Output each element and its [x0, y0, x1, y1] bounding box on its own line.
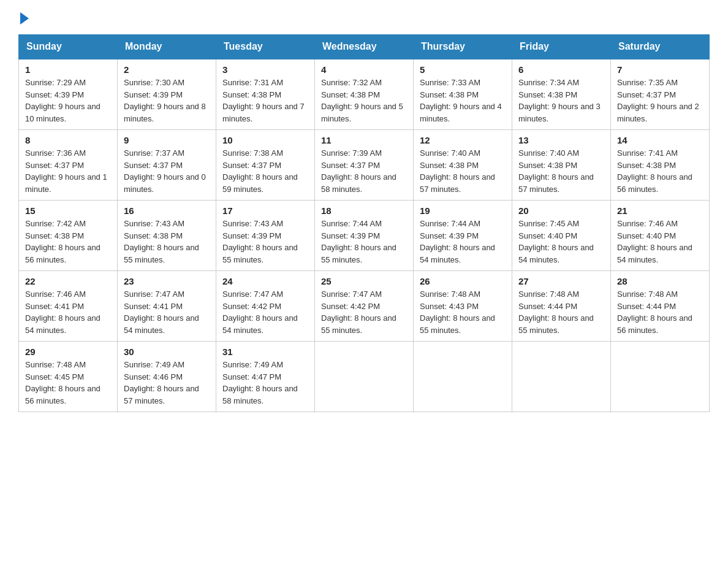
week-row-4: 22 Sunrise: 7:46 AM Sunset: 4:41 PM Dayl… [19, 271, 710, 342]
day-cell: 17 Sunrise: 7:43 AM Sunset: 4:39 PM Dayl… [216, 201, 315, 271]
column-header-tuesday: Tuesday [216, 35, 315, 59]
day-number: 11 [321, 135, 407, 145]
day-cell: 25 Sunrise: 7:47 AM Sunset: 4:42 PM Dayl… [315, 271, 414, 342]
day-cell [611, 342, 710, 412]
day-cell: 1 Sunrise: 7:29 AM Sunset: 4:39 PM Dayli… [19, 59, 118, 130]
day-number: 24 [222, 276, 308, 286]
day-number: 12 [420, 135, 506, 145]
day-info: Sunrise: 7:44 AM Sunset: 4:39 PM Dayligh… [321, 218, 407, 266]
column-header-saturday: Saturday [611, 35, 710, 59]
day-number: 13 [518, 135, 604, 145]
day-cell: 24 Sunrise: 7:47 AM Sunset: 4:42 PM Dayl… [216, 271, 315, 342]
day-info: Sunrise: 7:44 AM Sunset: 4:39 PM Dayligh… [420, 218, 506, 266]
column-header-friday: Friday [512, 35, 611, 59]
day-cell: 28 Sunrise: 7:48 AM Sunset: 4:44 PM Dayl… [611, 271, 710, 342]
day-number: 19 [420, 205, 506, 216]
day-number: 28 [617, 276, 703, 286]
day-cell: 19 Sunrise: 7:44 AM Sunset: 4:39 PM Dayl… [414, 201, 512, 271]
day-cell: 26 Sunrise: 7:48 AM Sunset: 4:43 PM Dayl… [414, 271, 512, 342]
day-info: Sunrise: 7:39 AM Sunset: 4:37 PM Dayligh… [321, 147, 407, 195]
day-cell: 11 Sunrise: 7:39 AM Sunset: 4:37 PM Dayl… [315, 130, 414, 201]
day-number: 30 [124, 347, 210, 357]
day-cell: 14 Sunrise: 7:41 AM Sunset: 4:38 PM Dayl… [611, 130, 710, 201]
column-header-wednesday: Wednesday [315, 35, 414, 59]
day-number: 8 [25, 135, 111, 145]
day-info: Sunrise: 7:36 AM Sunset: 4:37 PM Dayligh… [25, 147, 111, 195]
day-number: 17 [222, 205, 308, 216]
day-info: Sunrise: 7:43 AM Sunset: 4:39 PM Dayligh… [222, 218, 308, 266]
day-number: 1 [25, 64, 111, 75]
day-info: Sunrise: 7:48 AM Sunset: 4:44 PM Dayligh… [518, 288, 604, 336]
day-info: Sunrise: 7:29 AM Sunset: 4:39 PM Dayligh… [25, 77, 111, 124]
day-info: Sunrise: 7:37 AM Sunset: 4:37 PM Dayligh… [124, 147, 210, 195]
day-number: 3 [222, 64, 308, 75]
day-cell: 13 Sunrise: 7:40 AM Sunset: 4:38 PM Dayl… [512, 130, 611, 201]
day-number: 18 [321, 205, 407, 216]
day-info: Sunrise: 7:31 AM Sunset: 4:38 PM Dayligh… [222, 77, 308, 124]
day-cell [512, 342, 611, 412]
header-row: SundayMondayTuesdayWednesdayThursdayFrid… [19, 35, 710, 59]
day-number: 6 [518, 64, 604, 75]
day-cell: 18 Sunrise: 7:44 AM Sunset: 4:39 PM Dayl… [315, 201, 414, 271]
day-number: 14 [617, 135, 703, 145]
day-cell: 3 Sunrise: 7:31 AM Sunset: 4:38 PM Dayli… [216, 59, 315, 130]
day-number: 20 [518, 205, 604, 216]
column-header-sunday: Sunday [19, 35, 118, 59]
day-cell: 2 Sunrise: 7:30 AM Sunset: 4:39 PM Dayli… [118, 59, 216, 130]
column-header-thursday: Thursday [414, 35, 512, 59]
day-number: 26 [420, 276, 506, 286]
day-info: Sunrise: 7:46 AM Sunset: 4:40 PM Dayligh… [617, 218, 703, 266]
week-row-2: 8 Sunrise: 7:36 AM Sunset: 4:37 PM Dayli… [19, 130, 710, 201]
day-cell: 7 Sunrise: 7:35 AM Sunset: 4:37 PM Dayli… [611, 59, 710, 130]
logo-triangle-icon [20, 12, 29, 25]
day-number: 10 [222, 135, 308, 145]
day-info: Sunrise: 7:41 AM Sunset: 4:38 PM Dayligh… [617, 147, 703, 195]
calendar-table: SundayMondayTuesdayWednesdayThursdayFrid… [18, 34, 710, 412]
day-info: Sunrise: 7:47 AM Sunset: 4:41 PM Dayligh… [124, 288, 210, 336]
day-info: Sunrise: 7:47 AM Sunset: 4:42 PM Dayligh… [321, 288, 407, 336]
week-row-3: 15 Sunrise: 7:42 AM Sunset: 4:38 PM Dayl… [19, 201, 710, 271]
day-info: Sunrise: 7:43 AM Sunset: 4:38 PM Dayligh… [124, 218, 210, 266]
day-number: 7 [617, 64, 703, 75]
day-info: Sunrise: 7:46 AM Sunset: 4:41 PM Dayligh… [25, 288, 111, 336]
day-info: Sunrise: 7:34 AM Sunset: 4:38 PM Dayligh… [518, 77, 604, 124]
day-info: Sunrise: 7:30 AM Sunset: 4:39 PM Dayligh… [124, 77, 210, 124]
header [18, 12, 710, 23]
day-number: 23 [124, 276, 210, 286]
day-info: Sunrise: 7:49 AM Sunset: 4:47 PM Dayligh… [222, 359, 308, 407]
day-number: 25 [321, 276, 407, 286]
day-number: 5 [420, 64, 506, 75]
day-cell: 21 Sunrise: 7:46 AM Sunset: 4:40 PM Dayl… [611, 201, 710, 271]
day-number: 27 [518, 276, 604, 286]
day-info: Sunrise: 7:47 AM Sunset: 4:42 PM Dayligh… [222, 288, 308, 336]
day-info: Sunrise: 7:49 AM Sunset: 4:46 PM Dayligh… [124, 359, 210, 407]
day-number: 29 [25, 347, 111, 357]
day-cell: 12 Sunrise: 7:40 AM Sunset: 4:38 PM Dayl… [414, 130, 512, 201]
day-cell: 16 Sunrise: 7:43 AM Sunset: 4:38 PM Dayl… [118, 201, 216, 271]
day-info: Sunrise: 7:45 AM Sunset: 4:40 PM Dayligh… [518, 218, 604, 266]
day-number: 15 [25, 205, 111, 216]
day-cell: 23 Sunrise: 7:47 AM Sunset: 4:41 PM Dayl… [118, 271, 216, 342]
day-number: 9 [124, 135, 210, 145]
week-row-5: 29 Sunrise: 7:48 AM Sunset: 4:45 PM Dayl… [19, 342, 710, 412]
day-info: Sunrise: 7:33 AM Sunset: 4:38 PM Dayligh… [420, 77, 506, 124]
day-cell: 4 Sunrise: 7:32 AM Sunset: 4:38 PM Dayli… [315, 59, 414, 130]
day-number: 21 [617, 205, 703, 216]
day-cell: 6 Sunrise: 7:34 AM Sunset: 4:38 PM Dayli… [512, 59, 611, 130]
day-cell: 29 Sunrise: 7:48 AM Sunset: 4:45 PM Dayl… [19, 342, 118, 412]
day-cell: 27 Sunrise: 7:48 AM Sunset: 4:44 PM Dayl… [512, 271, 611, 342]
day-cell: 30 Sunrise: 7:49 AM Sunset: 4:46 PM Dayl… [118, 342, 216, 412]
day-cell: 8 Sunrise: 7:36 AM Sunset: 4:37 PM Dayli… [19, 130, 118, 201]
day-number: 16 [124, 205, 210, 216]
day-number: 4 [321, 64, 407, 75]
day-cell: 22 Sunrise: 7:46 AM Sunset: 4:41 PM Dayl… [19, 271, 118, 342]
day-cell [315, 342, 414, 412]
day-info: Sunrise: 7:35 AM Sunset: 4:37 PM Dayligh… [617, 77, 703, 124]
day-info: Sunrise: 7:48 AM Sunset: 4:44 PM Dayligh… [617, 288, 703, 336]
day-cell: 20 Sunrise: 7:45 AM Sunset: 4:40 PM Dayl… [512, 201, 611, 271]
day-info: Sunrise: 7:40 AM Sunset: 4:38 PM Dayligh… [518, 147, 604, 195]
day-info: Sunrise: 7:40 AM Sunset: 4:38 PM Dayligh… [420, 147, 506, 195]
day-info: Sunrise: 7:38 AM Sunset: 4:37 PM Dayligh… [222, 147, 308, 195]
logo [18, 12, 29, 23]
day-info: Sunrise: 7:42 AM Sunset: 4:38 PM Dayligh… [25, 218, 111, 266]
